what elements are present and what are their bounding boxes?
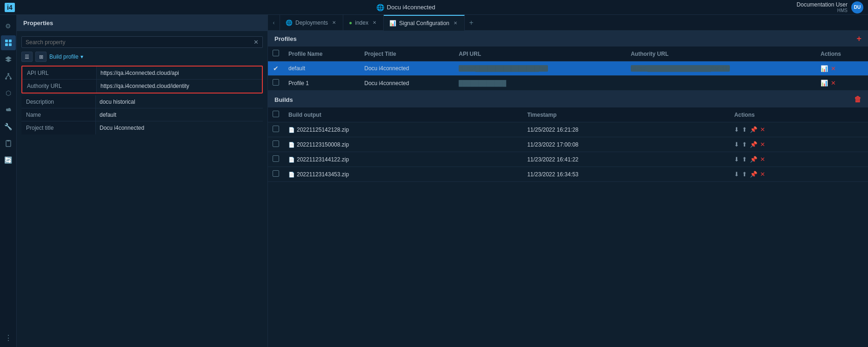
tab-index-close[interactable]: ✕ [371,20,378,26]
svg-point-4 [7,73,9,75]
sidebar-icon-clipboard[interactable] [1,136,16,151]
svg-rect-3 [9,43,12,46]
search-clear-btn[interactable]: ✕ [254,39,259,46]
build-timestamp-cell: 11/23/2022 16:34:53 [522,167,729,182]
build-delete-icon-1[interactable]: ✕ [760,141,765,148]
tab-signal-configuration[interactable]: 📊 Signal Configuration ✕ [384,15,465,31]
file-icon-2: 📄 [288,157,295,162]
pin-icon-0[interactable]: 📌 [750,126,757,133]
sidebar-dots[interactable]: ⋮ [5,334,12,342]
prop-value-authority-url: https://qa.i4connected.cloud/identity [97,81,262,91]
profiles-title: Profiles [274,35,297,42]
table-row[interactable]: Profile 1 Docu i4connected ████████████ … [268,76,868,91]
builds-section-header: Builds 🗑 [268,92,868,107]
action-icons-2: 📊 ✕ [821,80,863,87]
build-delete-icon-2[interactable]: ✕ [760,156,765,163]
download-icon-0[interactable]: ⬇ [734,126,739,133]
build-action-cell: ⬇ ⬆ 📌 ✕ [729,122,868,137]
sidebar-icon-cloud[interactable] [1,102,16,117]
sidebar-icon-layers[interactable] [1,52,16,67]
search-bar[interactable]: ✕ [21,36,263,48]
table-row[interactable]: ✔ default Docu i4connected https://█████… [268,61,868,76]
user-area[interactable]: Documentation User HMS DU [797,1,863,13]
build-profile-label[interactable]: Build profile ▾ [49,53,83,60]
profile-name-cell: Profile 1 [284,76,360,91]
build-delete-icon-3[interactable]: ✕ [760,171,765,178]
select-all-checkbox[interactable] [273,50,279,56]
build-profile-text: Build profile [49,53,79,60]
properties-content: ✕ ☰ ⊞ Build profile ▾ API URL https://qa… [17,32,267,347]
toolbar-grid-btn[interactable]: ⊞ [35,52,47,62]
download-icon-1[interactable]: ⬇ [734,141,739,148]
pin-icon-1[interactable]: 📌 [750,141,757,148]
sidebar-icon-network[interactable] [1,69,16,84]
property-group-bordered: API URL https://qa.i4connected.cloud/api… [21,66,263,93]
profiles-table-header: Profile Name Project Title API URL Autho… [268,47,868,61]
chart-icon-2[interactable]: 📊 [821,80,828,87]
property-row-name: Name default [21,108,263,121]
build-filename-cell: 📄20221123143453.zip [284,167,522,182]
project-title-cell: Docu i4connected [360,76,454,91]
action-icons: 📊 ✕ [821,65,863,72]
builds-delete-all-btn[interactable]: 🗑 [854,95,861,104]
deploy-icon-0[interactable]: ⬆ [742,126,747,133]
deploy-icon-1[interactable]: ⬆ [742,141,747,148]
sidebar-icon-refresh[interactable]: 🔄 [1,153,16,167]
table-row[interactable]: 📄20221123144122.zip 11/23/2022 16:41:22 … [268,152,868,167]
table-row[interactable]: 📄20221125142128.zip 11/25/2022 16:21:28 … [268,122,868,137]
col-project-title: Project Title [360,47,454,61]
tab-add-btn[interactable]: + [465,15,478,31]
properties-header: Properties [17,15,267,32]
col-timestamp: Timestamp [522,107,729,122]
deploy-icon-2[interactable]: ⬆ [742,156,747,163]
build-row-checkbox-1[interactable] [273,140,279,147]
tab-deployments-close[interactable]: ✕ [331,20,337,26]
svg-rect-2 [5,43,8,46]
tab-chevron-left[interactable]: ‹ [268,15,280,31]
globe-icon: 🌐 [376,4,384,11]
sidebar-icon-tools[interactable]: 🔧 [1,119,16,134]
builds-section: Builds 🗑 Build output Timestamp Actions [268,92,868,347]
topbar: i4 🌐 Docu i4connected Documentation User… [0,0,868,15]
tab-deployments[interactable]: 🌐 Deployments ✕ [280,15,343,31]
build-row-checkbox-0[interactable] [273,126,279,132]
col-authority-url: Authority URL [626,47,816,61]
build-action-icons-3: ⬇ ⬆ 📌 ✕ [734,171,863,178]
builds-select-all[interactable] [273,111,279,117]
delete-icon[interactable]: ✕ [831,65,836,72]
build-filename-cell: 📄20221123150008.zip [284,137,522,152]
pin-icon-2[interactable]: 📌 [750,156,757,163]
chart-icon[interactable]: 📊 [821,65,828,72]
prop-label-description: Description [21,95,96,108]
svg-line-8 [8,75,11,78]
build-row-checkbox-2[interactable] [273,155,279,162]
api-url-cell: https://████████████████/api [454,61,626,76]
tabs-main: ‹ 🌐 Deployments ✕ ● index ✕ 📊 Signal Con… [268,15,868,347]
tab-index-label: index [355,20,368,26]
prop-value-name: default [96,110,263,120]
row-checkbox[interactable] [273,79,279,86]
property-row-api-url: API URL https://qa.i4connected.cloud/api [22,67,262,80]
app-title: 🌐 Docu i4connected [376,4,435,11]
toolbar-list-btn[interactable]: ☰ [21,52,33,62]
deploy-icon-3[interactable]: ⬆ [742,171,747,178]
pin-icon-3[interactable]: 📌 [750,171,757,178]
sidebar-icon-dashboard[interactable] [1,35,16,50]
download-icon-3[interactable]: ⬇ [734,171,739,178]
sidebar-icon-settings[interactable]: ⚙ [1,19,16,33]
download-icon-2[interactable]: ⬇ [734,156,739,163]
api-url-cell: ████████████ [454,76,626,91]
profiles-add-btn[interactable]: + [856,34,861,43]
table-row[interactable]: 📄20221123150008.zip 11/23/2022 17:00:08 … [268,137,868,152]
build-delete-icon-0[interactable]: ✕ [760,126,765,133]
profiles-section: Profiles + Profile Name Project Title AP… [268,31,868,92]
delete-icon-2[interactable]: ✕ [831,80,836,87]
tab-index[interactable]: ● index ✕ [343,15,384,31]
user-name: Documentation User [797,1,848,8]
search-input[interactable] [26,39,254,46]
build-row-checkbox-3[interactable] [273,170,279,177]
tab-signal-close[interactable]: ✕ [452,20,459,27]
sidebar-icon-hexagon[interactable]: ⬡ [1,86,16,100]
profiles-table: Profile Name Project Title API URL Autho… [268,47,868,91]
table-row[interactable]: 📄20221123143453.zip 11/23/2022 16:34:53 … [268,167,868,182]
